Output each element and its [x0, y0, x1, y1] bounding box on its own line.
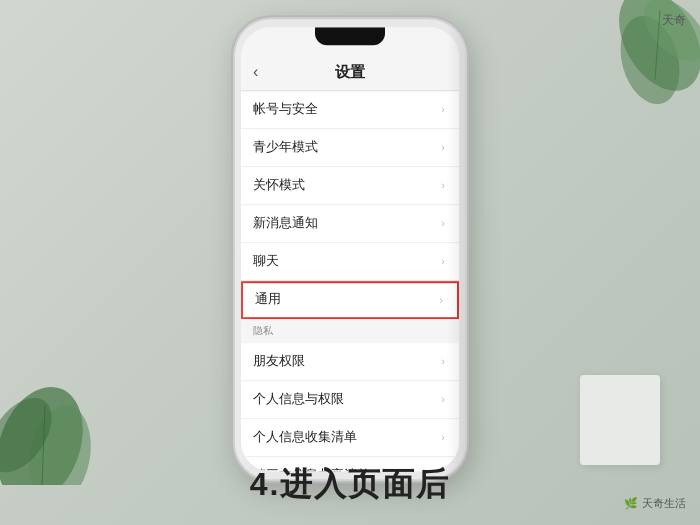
page-title: 设置: [335, 63, 365, 82]
chevron-icon: ›: [441, 217, 445, 229]
settings-item-account-label: 帐号与安全: [253, 101, 318, 118]
chevron-icon: ›: [441, 179, 445, 191]
settings-item-account[interactable]: 帐号与安全 ›: [241, 91, 459, 129]
settings-item-general-label: 通用: [255, 291, 281, 308]
phone-screen: ‹ 设置 帐号与安全 › 青少年模式 › 关怀模式 › 新消息通知 ›: [241, 27, 459, 471]
settings-item-care[interactable]: 关怀模式 ›: [241, 167, 459, 205]
settings-item-notifications[interactable]: 新消息通知 ›: [241, 205, 459, 243]
brand-watermark-top: 天奇: [662, 12, 686, 29]
settings-item-friends[interactable]: 朋友权限 ›: [241, 343, 459, 381]
chevron-icon: ›: [439, 294, 443, 306]
settings-item-youth[interactable]: 青少年模式 ›: [241, 129, 459, 167]
bottom-instruction-label: 4.进入页面后: [0, 463, 700, 507]
settings-item-data-collection[interactable]: 个人信息收集清单 ›: [241, 419, 459, 457]
settings-item-personal-info-label: 个人信息与权限: [253, 391, 344, 408]
chevron-icon: ›: [441, 103, 445, 115]
back-arrow-icon[interactable]: ‹: [253, 63, 258, 81]
settings-item-chat[interactable]: 聊天 ›: [241, 243, 459, 281]
section-header-privacy: 隐私: [241, 319, 459, 343]
chevron-icon: ›: [441, 393, 445, 405]
chevron-icon: ›: [441, 141, 445, 153]
chevron-icon: ›: [441, 431, 445, 443]
settings-item-data-collection-label: 个人信息收集清单: [253, 429, 357, 446]
chevron-icon: ›: [441, 355, 445, 367]
settings-item-youth-label: 青少年模式: [253, 139, 318, 156]
settings-item-chat-label: 聊天: [253, 253, 279, 270]
settings-item-general[interactable]: 通用 ›: [241, 281, 459, 319]
chevron-icon: ›: [441, 255, 445, 267]
phone-frame: ‹ 设置 帐号与安全 › 青少年模式 › 关怀模式 › 新消息通知 ›: [235, 19, 465, 479]
status-bar: [241, 27, 459, 55]
settings-item-friends-label: 朋友权限: [253, 353, 305, 370]
settings-item-personal-info[interactable]: 个人信息与权限 ›: [241, 381, 459, 419]
title-bar: ‹ 设置: [241, 55, 459, 91]
settings-item-notifications-label: 新消息通知: [253, 215, 318, 232]
decorative-block: [580, 375, 660, 465]
notch: [315, 27, 385, 45]
settings-item-care-label: 关怀模式: [253, 177, 305, 194]
settings-list: 帐号与安全 › 青少年模式 › 关怀模式 › 新消息通知 › 聊天 › 通用: [241, 91, 459, 471]
